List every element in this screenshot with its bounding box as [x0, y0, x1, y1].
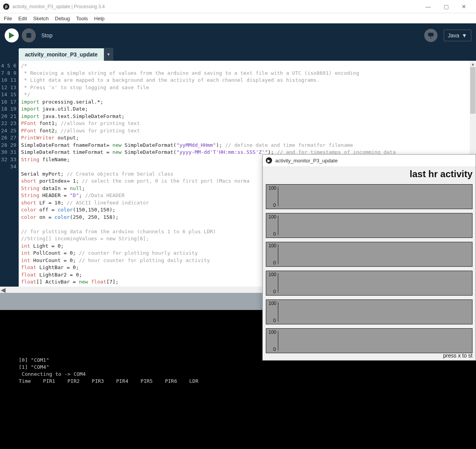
y-axis [278, 216, 278, 235]
toolbar: Stop Java ▼ [0, 23, 476, 48]
debug-icon[interactable] [424, 29, 437, 42]
line-gutter: 4 5 6 7 8 9 10 11 12 13 14 15 16 17 18 1… [0, 61, 19, 287]
minimize-button[interactable]: — [419, 1, 437, 12]
activity-histogram-3: 1000 [266, 242, 472, 267]
sketch-footer-text: press x to st [443, 352, 472, 359]
scroll-thumb[interactable] [470, 67, 476, 114]
activity-histogram-1: 1000 [266, 184, 472, 209]
sketch-titlebar[interactable]: ▶ activity_monitor_P3_update [263, 155, 476, 166]
sketch-window[interactable]: ▶ activity_monitor_P3_update last hr act… [262, 154, 476, 361]
close-button[interactable]: ✕ [455, 1, 473, 12]
play-icon [9, 32, 14, 39]
y-axis [278, 187, 278, 206]
sketch-canvas: last hr activity 10001000100010001000100… [263, 166, 476, 360]
activity-histogram-4: 1000 [266, 271, 472, 296]
y-max-label: 100 [269, 243, 276, 248]
stop-label: Stop [41, 32, 421, 39]
sketch-heading: last hr activity [263, 166, 476, 183]
sketch-app-icon: ▶ [266, 157, 272, 164]
y-axis [278, 331, 278, 350]
y-max-label: 100 [269, 272, 276, 277]
app-icon: p [3, 4, 9, 10]
y-min-label: 0 [273, 289, 276, 294]
tab-bar: activity_monitor_P3_update ▼ [0, 48, 476, 61]
y-max-label: 100 [269, 214, 276, 220]
stop-icon [26, 33, 31, 38]
y-min-label: 0 [273, 318, 276, 323]
y-axis [278, 245, 278, 264]
activity-histogram-5: 1000 [266, 299, 472, 324]
menu-debug[interactable]: Debug [53, 15, 72, 22]
window-controls: — ▢ ✕ [419, 1, 473, 12]
tab-dropdown[interactable]: ▼ [104, 48, 113, 61]
y-min-label: 0 [273, 202, 276, 208]
y-min-label: 0 [273, 260, 276, 266]
run-button[interactable] [5, 28, 19, 42]
y-max-label: 100 [269, 301, 276, 306]
menu-file[interactable]: File [2, 15, 14, 22]
maximize-button[interactable]: ▢ [437, 1, 455, 12]
mode-label: Java [448, 32, 460, 39]
menu-sketch[interactable]: Sketch [31, 15, 51, 22]
scroll-up-icon[interactable]: ▲ [470, 61, 476, 67]
y-min-label: 0 [273, 231, 276, 237]
y-axis [278, 302, 278, 322]
tab-active[interactable]: activity_monitor_P3_update [19, 48, 104, 61]
scroll-left-icon[interactable]: ◀ [0, 286, 5, 294]
y-axis [278, 273, 278, 293]
mode-select[interactable]: Java ▼ [444, 30, 471, 41]
menu-help[interactable]: Help [92, 15, 107, 22]
window-title: activity_monitor_P3_update | Processing … [12, 4, 419, 9]
window-titlebar: p activity_monitor_P3_update | Processin… [0, 0, 476, 13]
stop-button[interactable] [22, 28, 36, 42]
activity-histogram-2: 1000 [266, 213, 472, 238]
menu-edit[interactable]: Edit [16, 15, 29, 22]
y-min-label: 0 [273, 347, 276, 352]
menu-tools[interactable]: Tools [74, 15, 90, 22]
activity-histogram-6: 1000 [266, 328, 472, 353]
menu-bar: File Edit Sketch Debug Tools Help [0, 13, 476, 23]
chevron-down-icon: ▼ [462, 32, 467, 39]
butterfly-icon [427, 32, 435, 39]
y-max-label: 100 [269, 185, 276, 191]
sketch-title-text: activity_monitor_P3_update [275, 158, 337, 164]
y-max-label: 100 [269, 329, 276, 335]
